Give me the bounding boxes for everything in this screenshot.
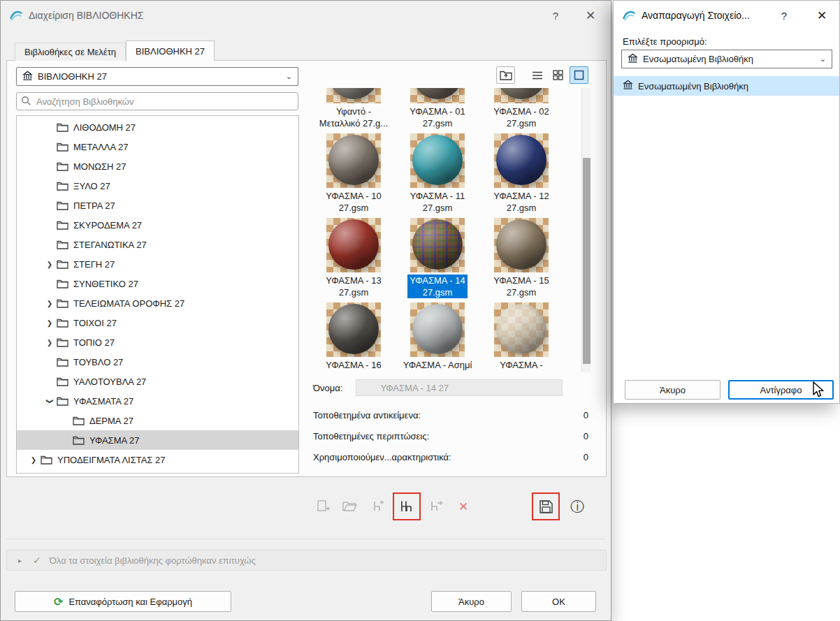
thumbnail-label: ΥΦΑΣΜΑ - 1127.gsm [408,190,467,214]
tree-item-label: ΣΤΕΓΗ 27 [73,259,115,270]
tab-library-27[interactable]: ΒΙΒΛΙΟΘΗΚΗ 27 [126,41,215,61]
scrollbar-thumb[interactable] [583,158,591,364]
material-sphere-preview [494,133,549,188]
tree-item-label: ΤΟΠΙΟ 27 [73,337,115,348]
delete-object-button[interactable]: ✕ [451,495,475,518]
help-button[interactable]: ? [775,6,793,24]
status-expander-icon[interactable]: ▸ [18,557,22,564]
tree-item[interactable]: ❯ ΤΟΥΒΛΟ 27 [17,352,298,372]
thumbnails-scrollbar[interactable] [581,88,591,372]
grid-view-button[interactable] [549,66,567,84]
tree-item-label: ΣΥΝΘΕΤΙΚΟ 27 [73,279,138,289]
tree-chevron-icon[interactable]: ❯ [43,339,57,346]
library-dropdown-value: ΒΙΒΛΙΟΘΗΚΗ 27 [38,71,107,82]
ok-button[interactable]: OK [521,591,596,612]
close-button[interactable]: ✕ [581,6,600,24]
separator [6,539,605,539]
library-dropdown[interactable]: ΒΙΒΛΙΟΘΗΚΗ 27 ⌄ [16,67,298,86]
destination-label: Επιλέξτε προορισμό: [623,36,707,47]
tree-chevron-icon[interactable]: ❯ [43,397,57,405]
folder-icon [57,220,73,230]
tree-item[interactable]: ❯ ΜΟΝΩΣΗ 27 [17,156,298,176]
tree-item[interactable]: ❯ ΥΠΟΔΕΙΓΜΑΤΑ ΛΙΣΤΑΣ 27 [17,450,298,469]
tree-item-label: ΥΦΑΣΜΑ 27 [89,435,140,446]
tree-item-label: ΜΕΤΑΛΛΑ 27 [73,142,129,152]
export-object-button[interactable] [424,495,448,518]
library-part-thumbnail[interactable]: ΥΦΑΣΜΑ - 0227.gsm [479,88,563,129]
info-value: 0 [584,452,588,462]
tree-item[interactable]: ❯ ΔΕΡΜΑ 27 [17,411,298,430]
tree-item[interactable]: ❯ ΥΦΑΣΜΑ 27 [17,430,298,450]
thumbnail-label: ΥΦΑΣΜΑ - 1227.gsm [491,190,551,214]
library-part-thumbnail[interactable]: ΥΦΑΣΜΑ - 0127.gsm [396,88,479,129]
info-button[interactable]: ⓘ [565,495,589,518]
library-part-thumbnail[interactable]: ΥΦΑΣΜΑ - 1427.gsm [396,218,479,298]
tree-item[interactable]: ❯ ΜΕΤΑΛΛΑ 27 [17,137,298,156]
destination-dropdown[interactable]: Ενσωματωμένη Βιβλιοθήκη ⌄ [621,50,832,68]
search-input[interactable] [16,92,298,110]
thumbnail-label: ΥΦΑΣΜΑ - 1027.gsm [324,190,383,214]
tree-item-label: ΣΤΕΓΑΝΩΤΙΚΑ 27 [73,240,147,250]
library-part-thumbnail[interactable]: ΥΦΑΣΜΑ - 1127.gsm [396,133,479,214]
list-view-button[interactable] [528,66,546,84]
library-part-thumbnail[interactable]: ΥΦΑΣΜΑ - [479,302,563,371]
material-sphere-preview [494,88,549,103]
tree-item[interactable]: ❯ ΣΥΝΘΕΤΙΚΟ 27 [17,274,298,293]
close-button[interactable]: ✕ [813,6,831,24]
tree-chevron-icon[interactable]: ❯ [27,456,41,464]
material-sphere-preview [494,302,549,357]
cancel-button[interactable]: Άκυρο [431,591,512,612]
new-library-part-button[interactable] [311,495,335,518]
tree-item[interactable]: ❯ ΤΟΙΧΟΙ 27 [17,313,298,333]
library-part-thumbnail[interactable]: ΥΦΑΣΜΑ - 1227.gsm [479,133,563,214]
add-object-button[interactable] [365,495,389,518]
duplicate-object-button[interactable] [395,495,419,518]
info-label: Τοποθετημένες περιπτώσεις: [313,431,429,441]
tree-item[interactable]: ❯ ΛΙΘΟΔΟΜΗ 27 [17,117,298,137]
tree-item[interactable]: ❯ ΣΤΕΓΗ 27 [17,254,298,274]
material-sphere-preview [326,218,381,272]
up-one-level-button[interactable] [496,66,515,84]
library-part-thumbnail[interactable]: ΥΦΑΣΜΑ - Ασημί [396,302,479,371]
tree-item[interactable]: ❯ ΥΦΑΣΜΑΤΑ 27 [17,391,298,411]
tree-item[interactable]: ❯ ΤΕΛΕΙΩΜΑΤΑ ΟΡΟΦΗΣ 27 [17,293,298,313]
duplicate-element-dialog: Αναπαραγωγή Στοιχείο... ? ✕ Επιλέξτε προ… [613,0,840,404]
library-part-thumbnail[interactable]: ΥΦΑΣΜΑ - 1327.gsm [312,218,396,298]
help-button[interactable]: ? [546,6,565,24]
library-tree: ❯ ΛΙΘΟΔΟΜΗ 27 ❯ ΜΕΤΑΛΛΑ 27 ❯ [16,115,299,474]
dup-cancel-button[interactable]: Άκυρο [625,380,720,400]
tab-libraries-in-project[interactable]: Βιβλιοθήκες σε Μελέτη [15,43,126,61]
tree-item[interactable]: ❯ ΣΚΥΡΟΔΕΜΑ 27 [17,215,298,235]
tree-item-label: ΥΑΛΟΤΟΥΒΛΑ 27 [73,377,146,387]
thumbnail-label: ΥΦΑΣΜΑ - 1327.gsm [324,275,383,298]
material-sphere-preview [410,302,465,357]
library-part-thumbnail[interactable]: ΥΦΑΣΜΑ - 1027.gsm [312,133,396,214]
save-as-button[interactable] [534,495,558,518]
destination-list-item[interactable]: Ενσωματωμένη Βιβλιοθήκη [614,76,839,96]
reload-apply-button[interactable]: ⟳ Επαναφόρτωση και Εφαρμογή [15,591,231,612]
folder-icon [57,396,73,406]
chevron-down-icon: ⌄ [286,73,292,80]
open-library-part-button[interactable] [338,495,362,518]
app-logo-icon [622,8,636,22]
tree-item-label: ΛΙΘΟΔΟΜΗ 27 [73,122,136,133]
tree-item-label: ΠΕΤΡΑ 27 [73,200,115,211]
library-part-thumbnail[interactable]: ΥΦΑΣΜΑ - 1527.gsm [479,218,563,298]
library-part-thumbnail[interactable]: Υφαντό -Μεταλλικό 27.g... [312,88,396,129]
tree-item[interactable]: ❯ ΞΥΛΟ 27 [17,176,298,196]
tree-item-label: ΞΥΛΟ 27 [73,181,110,191]
large-icons-view-button[interactable] [570,66,588,84]
name-field [356,379,563,396]
tree-item[interactable]: ❯ ΣΤΕΓΑΝΩΤΙΚΑ 27 [17,235,298,254]
thumbnail-label: ΥΦΑΣΜΑ - Ασημί [401,359,475,371]
library-part-thumbnail[interactable]: ΥΦΑΣΜΑ - 16 [312,302,396,371]
folder-icon [57,318,73,328]
tree-item[interactable]: ❯ ΠΕΤΡΑ 27 [17,196,298,215]
tree-chevron-icon[interactable]: ❯ [43,300,57,307]
tree-item[interactable]: ❯ ΥΑΛΟΤΟΥΒΛΑ 27 [17,372,298,391]
object-info: Τοποθετημένα αντικείμενα: 0 Τοποθετημένε… [313,404,588,467]
tree-item-label: ΤΟΙΧΟΙ 27 [73,318,117,328]
tree-chevron-icon[interactable]: ❯ [43,261,57,268]
tree-chevron-icon[interactable]: ❯ [43,319,57,327]
tree-item[interactable]: ❯ ΤΟΠΙΟ 27 [17,333,298,352]
